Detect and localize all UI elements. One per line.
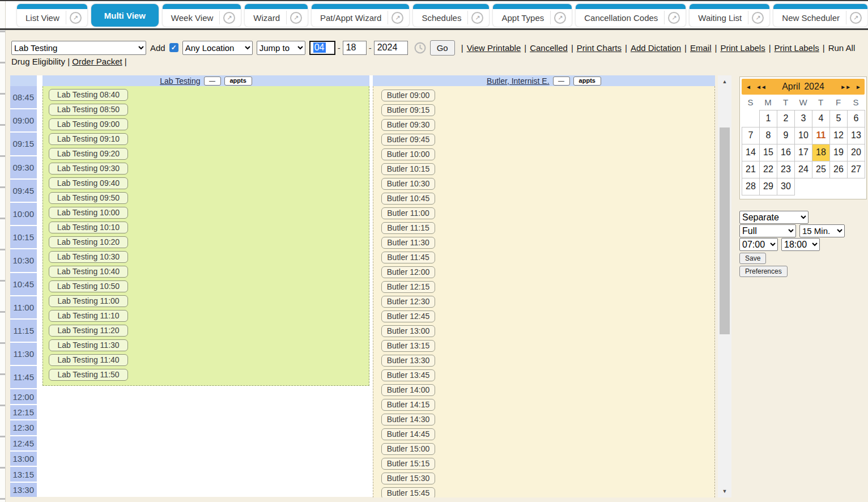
provider-select[interactable]: Lab Testing: [11, 41, 146, 55]
appointment-slot-button[interactable]: Butler 11:30: [381, 237, 435, 249]
appointment-slot-button[interactable]: Butler 11:00: [381, 207, 435, 219]
appointment-slot-button[interactable]: Butler 09:00: [381, 90, 435, 101]
calendar-day-8[interactable]: 8: [759, 127, 777, 144]
appointment-slot-button[interactable]: Lab Testing 10:50: [49, 280, 128, 292]
tab-cancellation-codes[interactable]: Cancellation Codes↗: [576, 4, 686, 27]
save-button[interactable]: Save: [739, 253, 766, 264]
open-in-new-icon[interactable]: ↗: [850, 12, 862, 24]
open-in-new-icon[interactable]: ↗: [290, 12, 302, 24]
clock-icon[interactable]: [414, 42, 426, 54]
appointment-slot-button[interactable]: Lab Testing 08:40: [49, 89, 128, 101]
end-time-select[interactable]: 18:00: [781, 238, 820, 251]
size-select[interactable]: Full: [739, 224, 796, 237]
calendar-day-23[interactable]: 23: [777, 161, 795, 178]
calendar-day-10[interactable]: 10: [794, 127, 812, 144]
appointment-slot-button[interactable]: Lab Testing 10:30: [49, 251, 128, 263]
link-print-labels[interactable]: Print Labels: [720, 43, 765, 53]
calendar-next-icon[interactable]: ►: [856, 84, 861, 90]
calendar-day-28[interactable]: 28: [742, 178, 760, 195]
appointment-slot-button[interactable]: Butler 10:00: [381, 148, 435, 160]
open-in-new-icon[interactable]: ↗: [554, 12, 566, 24]
appointment-slot-button[interactable]: Butler 13:30: [381, 355, 435, 367]
calendar-day-25[interactable]: 25: [812, 161, 830, 178]
calendar-day-1[interactable]: 1: [759, 110, 777, 127]
appointment-slot-button[interactable]: Butler 15:15: [381, 458, 435, 470]
calendar-next-year-icon[interactable]: ►►: [840, 84, 850, 90]
lab-appts-button[interactable]: appts: [224, 76, 252, 86]
appointment-slot-button[interactable]: Butler 11:15: [381, 222, 435, 234]
tab-wizard[interactable]: Wizard↗: [245, 4, 308, 27]
calendar-day-15[interactable]: 15: [759, 144, 777, 161]
calendar-day-21[interactable]: 21: [742, 161, 760, 178]
butler-minimize-button[interactable]: —: [553, 76, 570, 86]
appointment-slot-button[interactable]: Butler 14:30: [381, 414, 435, 426]
calendar-day-30[interactable]: 30: [777, 178, 795, 195]
appointment-slot-button[interactable]: Lab Testing 09:00: [49, 118, 128, 130]
tab-new-scheduler[interactable]: New Scheduler↗: [773, 4, 867, 27]
appointment-slot-button[interactable]: Lab Testing 08:50: [49, 104, 128, 116]
calendar-day-6[interactable]: 6: [847, 110, 865, 127]
scroll-up-arrow[interactable]: ▲: [718, 76, 731, 87]
calendar-day-7[interactable]: 7: [742, 127, 760, 144]
calendar-day-14[interactable]: 14: [742, 144, 760, 161]
location-select[interactable]: Any Location: [182, 41, 253, 55]
start-time-select[interactable]: 07:00: [739, 238, 778, 251]
open-in-new-icon[interactable]: ↗: [668, 12, 680, 24]
appointment-slot-button[interactable]: Butler 14:45: [381, 428, 435, 440]
calendar-day-3[interactable]: 3: [794, 110, 812, 127]
go-button[interactable]: Go: [430, 40, 455, 56]
appointment-slot-button[interactable]: Lab Testing 10:20: [49, 236, 128, 248]
tab-schedules[interactable]: Schedules↗: [413, 4, 489, 27]
open-in-new-icon[interactable]: ↗: [752, 12, 764, 24]
order-packet-link[interactable]: Order Packet: [72, 57, 122, 66]
tab-appt-types[interactable]: Appt Types↗: [493, 4, 572, 27]
appointment-slot-button[interactable]: Butler 13:15: [381, 340, 435, 352]
appointment-slot-button[interactable]: Lab Testing 11:40: [49, 354, 128, 366]
appointment-slot-button[interactable]: Butler 15:45: [381, 487, 435, 497]
tab-list-view[interactable]: List View↗: [17, 4, 87, 27]
calendar-day-13[interactable]: 13: [847, 127, 865, 144]
appointment-slot-button[interactable]: Lab Testing 09:20: [49, 148, 128, 160]
appointment-slot-button[interactable]: Lab Testing 11:50: [49, 369, 128, 381]
date-day-input[interactable]: 18: [343, 41, 367, 55]
vertical-scrollbar[interactable]: ▲ ▼: [718, 75, 731, 497]
interval-select[interactable]: 15 Min.: [799, 224, 845, 237]
appointment-slot-button[interactable]: Butler 10:45: [381, 193, 435, 205]
appointment-slot-button[interactable]: Butler 13:45: [381, 369, 435, 381]
appointment-slot-button[interactable]: Lab Testing 11:00: [49, 295, 128, 307]
appointment-slot-button[interactable]: Lab Testing 09:10: [49, 133, 128, 145]
run-all-link[interactable]: Run All: [828, 43, 856, 53]
add-checkbox[interactable]: ✓: [169, 43, 178, 52]
appointment-slot-button[interactable]: Butler 13:00: [381, 325, 435, 337]
tab-week-view[interactable]: Week View↗: [163, 4, 241, 27]
appointment-slot-button[interactable]: Lab Testing 11:30: [49, 339, 128, 351]
calendar-day-16[interactable]: 16: [777, 144, 795, 161]
appointment-slot-button[interactable]: Butler 11:45: [381, 252, 435, 263]
lab-minimize-button[interactable]: —: [204, 76, 221, 86]
link-view-printable[interactable]: View Printable: [467, 43, 521, 53]
jump-to-select[interactable]: Jump to: [257, 41, 305, 55]
calendar-prev-year-icon[interactable]: ◄◄: [756, 84, 766, 90]
appointment-slot-button[interactable]: Butler 14:00: [381, 384, 435, 396]
tab-waiting-list[interactable]: Waiting List↗: [690, 4, 769, 27]
open-in-new-icon[interactable]: ↗: [392, 12, 403, 24]
link-print-charts[interactable]: Print Charts: [577, 43, 622, 53]
appointment-slot-button[interactable]: Butler 15:00: [381, 443, 435, 455]
appointment-slot-button[interactable]: Butler 14:15: [381, 399, 435, 411]
calendar-day-19[interactable]: 19: [829, 144, 848, 161]
link-add-dictation[interactable]: Add Dictation: [631, 43, 681, 53]
calendar-day-2[interactable]: 2: [777, 110, 795, 127]
layout-select[interactable]: Separate: [739, 211, 809, 224]
appointment-slot-button[interactable]: Lab Testing 10:00: [49, 207, 128, 219]
calendar-prev-icon[interactable]: ◄: [746, 84, 751, 90]
lab-testing-column-link[interactable]: Lab Testing: [160, 76, 200, 86]
appointment-slot-button[interactable]: Lab Testing 09:30: [49, 163, 128, 175]
link-email[interactable]: Email: [690, 43, 712, 53]
calendar-day-22[interactable]: 22: [759, 161, 777, 178]
appointment-slot-button[interactable]: Butler 10:15: [381, 163, 435, 175]
calendar-day-9[interactable]: 9: [777, 127, 795, 144]
appointment-slot-button[interactable]: Lab Testing 09:50: [49, 192, 128, 204]
date-month-input[interactable]: 04: [309, 41, 335, 55]
appointment-slot-button[interactable]: Butler 15:30: [381, 473, 435, 484]
calendar-day-20[interactable]: 20: [847, 144, 865, 161]
